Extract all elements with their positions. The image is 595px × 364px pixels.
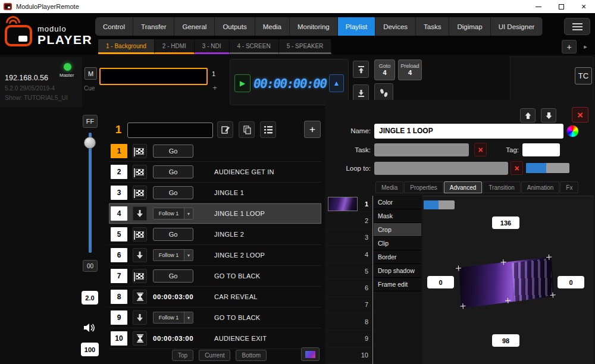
menu-item-drop-shadow[interactable]: Drop shadow — [374, 264, 421, 278]
playlist-row[interactable]: 1 Go — [109, 141, 321, 162]
preload-button[interactable]: Preload 4 — [398, 59, 422, 80]
play-button[interactable]: ▶ — [234, 74, 250, 92]
goto-button[interactable]: Goto 4 — [374, 59, 395, 80]
clear-loop-button[interactable]: × — [511, 161, 523, 175]
playlist-row[interactable]: 5 Go JINGLE 2 — [109, 224, 321, 245]
follow-dropdown[interactable]: Follow 1 ▼ — [153, 208, 193, 219]
loop-toggle[interactable] — [526, 163, 569, 173]
tab-fx[interactable]: Fx — [560, 181, 578, 193]
menu-item-clip[interactable]: Clip — [374, 237, 421, 250]
color-picker-icon[interactable] — [566, 125, 579, 137]
menu-item-crop[interactable]: Crop — [374, 223, 421, 237]
playlist-row[interactable]: 6 Follow 1 ▼ JINGLE 2 LOOP — [109, 245, 321, 266]
timecode-up-button[interactable]: ▲ — [329, 74, 344, 92]
playlist-row-selected[interactable]: 4 Follow 1 ▼ JINGLE 1 LOOP — [109, 203, 321, 224]
ff-button[interactable]: FF — [83, 115, 98, 128]
crop-handle-icon[interactable] — [505, 298, 511, 304]
playlist-tab-hdmi[interactable]: 2 - HDMI — [155, 39, 195, 54]
layer-row[interactable]: 1 — [326, 196, 372, 212]
playlist-tab-ndi[interactable]: 3 - NDI — [195, 39, 230, 54]
fader-mid-button[interactable]: 00 — [83, 260, 98, 272]
tab-ui-designer[interactable]: UI Designer — [491, 17, 543, 36]
hamburger-menu-button[interactable] — [564, 18, 590, 35]
tab-control[interactable]: Control — [95, 17, 133, 36]
loop-to-field[interactable] — [374, 162, 508, 175]
scroll-tabs-right-button[interactable]: ▸ — [580, 40, 591, 54]
tab-properties[interactable]: Properties — [404, 181, 443, 193]
skip-to-top-button[interactable] — [353, 61, 369, 78]
playlist-row[interactable]: 2 Go AUDIENCE GET IN — [109, 162, 321, 183]
scroll-top-button[interactable]: Top — [172, 350, 193, 361]
layer-row[interactable]: 8 — [326, 313, 372, 330]
tab-transfer[interactable]: Transfer — [133, 17, 174, 36]
layer-row[interactable]: 3 — [326, 230, 372, 246]
duplicate-cue-button[interactable] — [239, 121, 255, 138]
scroll-current-button[interactable]: Current — [199, 350, 230, 361]
master-cue-button[interactable]: M — [84, 67, 97, 80]
crop-top-value[interactable]: 136 — [492, 216, 519, 229]
tab-animation[interactable]: Animation — [521, 181, 559, 193]
cue-name-input[interactable] — [99, 68, 208, 85]
layer-row[interactable]: 5 — [326, 263, 372, 280]
crop-enable-toggle[interactable] — [424, 200, 455, 209]
layer-row[interactable]: 2 — [326, 212, 372, 229]
go-button[interactable]: Go — [153, 228, 193, 241]
go-button[interactable]: Go — [153, 269, 193, 283]
close-button[interactable]: × — [572, 0, 595, 13]
scroll-bottom-button[interactable]: Bottom — [236, 350, 267, 361]
layer-row[interactable]: 7 — [326, 297, 372, 313]
playlist-row[interactable]: 8 00:00:03:00 CAR REVEAL — [109, 287, 321, 307]
playlist-tab-screen[interactable]: 4 - SCREEN — [230, 39, 279, 54]
volume-value[interactable]: 100 — [81, 343, 99, 356]
mute-button[interactable] — [83, 322, 97, 334]
menu-item-color[interactable]: Color — [374, 196, 421, 209]
add-row-button[interactable]: + — [304, 121, 321, 138]
crop-left-value[interactable]: 0 — [427, 276, 454, 288]
tc-button[interactable]: TC — [575, 67, 592, 84]
menu-item-border[interactable]: Border — [374, 250, 421, 264]
edit-cue-button[interactable] — [217, 121, 233, 138]
delete-cue-button[interactable]: × — [572, 107, 588, 123]
fader-gain-value[interactable]: 2.0 — [82, 291, 98, 305]
crop-bottom-value[interactable]: 98 — [492, 334, 519, 347]
tab-playlist[interactable]: Playlist — [338, 17, 375, 36]
go-button[interactable]: Go — [153, 165, 193, 178]
playlist-tab-speaker[interactable]: 5 - SPEAKER — [279, 39, 332, 54]
maximize-button[interactable] — [550, 0, 572, 13]
move-cue-down-button[interactable] — [541, 108, 556, 123]
go-button[interactable]: Go — [153, 186, 193, 199]
playlist-view-button[interactable] — [260, 121, 276, 138]
media-thumbnail-button[interactable] — [301, 347, 320, 361]
follow-dropdown[interactable]: Follow 1 ▼ — [153, 312, 193, 324]
menu-item-mask[interactable]: Mask — [374, 209, 421, 223]
playlist-row[interactable]: 7 Go GO TO BLACK — [109, 266, 321, 287]
tab-transition[interactable]: Transition — [483, 181, 521, 193]
minimize-button[interactable] — [527, 0, 550, 13]
playlist-row[interactable]: 10 00:00:03:00 AUDIENCE EXIT — [109, 328, 321, 349]
playlist-row[interactable]: 3 Go JINGLE 1 — [109, 183, 321, 203]
cue-name-field[interactable]: JINGLE 1 LOOP — [374, 124, 563, 139]
layer-row[interactable]: 9 — [326, 330, 372, 347]
crop-handle-icon[interactable] — [550, 292, 556, 298]
tab-devices[interactable]: Devices — [375, 17, 416, 36]
go-button[interactable]: Go — [153, 145, 193, 158]
tag-field[interactable] — [522, 143, 560, 156]
tab-outputs[interactable]: Outputs — [215, 17, 255, 36]
add-cue-button[interactable]: + — [210, 83, 220, 92]
move-cue-up-button[interactable] — [520, 108, 536, 123]
follow-dropdown[interactable]: Follow 1 ▼ — [153, 249, 193, 261]
tab-media[interactable]: Media — [375, 181, 403, 193]
menu-item-frame-edit[interactable]: Frame edit — [374, 278, 421, 291]
layer-row[interactable]: 10 — [326, 347, 372, 364]
task-field[interactable] — [374, 143, 469, 156]
layer-row[interactable]: 4 — [326, 246, 372, 263]
crop-handle-icon[interactable] — [546, 255, 552, 261]
tab-monitoring[interactable]: Monitoring — [290, 17, 338, 36]
tab-tasks[interactable]: Tasks — [416, 17, 449, 36]
tab-general[interactable]: General — [174, 17, 215, 36]
skip-to-bottom-button[interactable] — [353, 84, 369, 102]
crop-right-value[interactable]: 0 — [558, 276, 584, 288]
add-playlist-tab-button[interactable]: + — [562, 40, 577, 54]
cue-title-input[interactable] — [127, 123, 213, 138]
fader-track[interactable] — [89, 133, 92, 253]
